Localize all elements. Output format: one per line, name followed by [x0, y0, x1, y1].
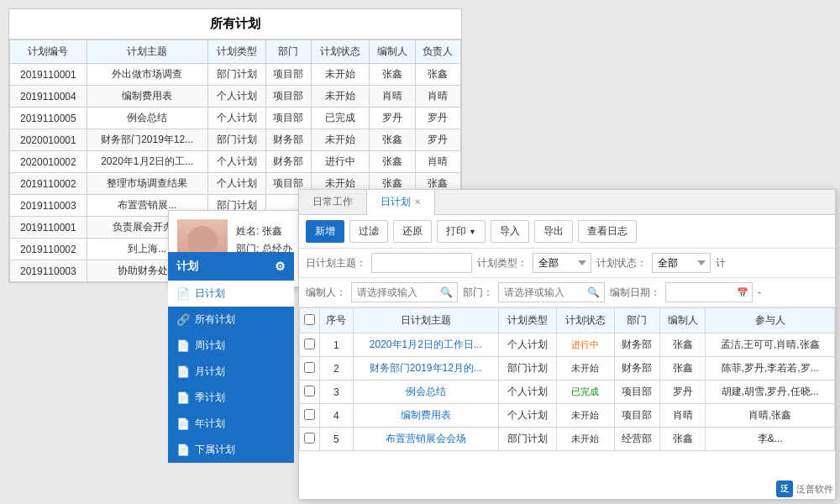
main-col-header: 计划状态	[556, 308, 614, 333]
status-badge: 未开始	[568, 361, 602, 375]
creator-label: 编制人：	[306, 286, 346, 300]
gear-icon[interactable]: ⚙	[275, 260, 286, 273]
status-badge: 进行中	[568, 338, 602, 352]
type-select[interactable]: 全部 个人计划 部门计划	[533, 253, 591, 273]
date-input[interactable]	[666, 283, 733, 302]
bg-col-header: 计划状态	[312, 40, 370, 64]
filter-row-1: 日计划主题： 计划类型： 全部 个人计划 部门计划 计划状态： 全部 未开始 进…	[299, 249, 835, 278]
sidebar-item-daily[interactable]: 📄 日计划	[168, 281, 294, 307]
tabs-bar: 日常工作 日计划 ✕	[299, 190, 835, 215]
bg-col-header: 编制人	[370, 40, 415, 64]
bg-col-header: 部门	[265, 40, 311, 64]
sidebar: 计划 ⚙ 📄 日计划🔗 所有计划📄 周计划📄 月计划📄 季计划📄 年计划📄 下属…	[168, 252, 294, 463]
topic-label: 日计划主题：	[306, 256, 366, 270]
import-button[interactable]: 导入	[491, 220, 529, 243]
sidebar-icon-all: 🔗	[176, 313, 190, 326]
main-col-header: 部门	[614, 308, 659, 333]
main-col-header: 参与人	[706, 308, 835, 333]
bg-col-header: 计划主题	[87, 40, 207, 64]
topic-input[interactable]	[371, 253, 472, 273]
sidebar-item-yearly[interactable]: 📄 年计划	[168, 411, 294, 437]
table-row[interactable]: 5布置营销展会会场部门计划未开始经营部张鑫李&...	[300, 428, 835, 451]
row-checkbox[interactable]	[304, 409, 315, 420]
sidebar-icon-daily: 📄	[176, 287, 190, 300]
export-button[interactable]: 导出	[534, 220, 573, 243]
sidebar-label-monthly: 月计划	[195, 365, 225, 379]
status-select[interactable]: 全部 未开始 进行中 已完成	[652, 253, 711, 273]
bg-col-header: 负责人	[415, 40, 460, 64]
all-plans-title: 所有计划	[9, 9, 461, 39]
tab-daily-work[interactable]: 日常工作	[299, 190, 367, 214]
sidebar-item-quarterly[interactable]: 📄 季计划	[168, 385, 294, 411]
main-col-header: 编制人	[660, 308, 706, 333]
status-badge: 已完成	[568, 385, 602, 399]
dept-search-icon[interactable]: 🔍	[583, 286, 604, 298]
date-input-wrap: 📅	[665, 282, 753, 302]
main-col-header	[300, 308, 320, 333]
toolbar: 新增 过滤 还原 打印 ▼ 导入 导出 查看日志	[299, 215, 835, 249]
sidebar-label-sub: 下属计划	[195, 443, 235, 457]
row-checkbox[interactable]	[304, 362, 315, 373]
dept-input-wrap: 🔍	[498, 282, 605, 302]
add-button[interactable]: 新增	[306, 220, 344, 243]
topic-link[interactable]: 财务部门2019年12月的...	[353, 357, 498, 381]
table-row[interactable]: 20200100022020年1月2日的工...个人计划财务部进行中张鑫肖晴	[10, 151, 461, 173]
filter-row-2: 编制人： 🔍 部门： 🔍 编制日期： 📅 -	[299, 278, 835, 307]
dept-filter-label: 部门：	[463, 286, 493, 300]
table-row[interactable]: 2020010001财务部门2019年12...部门计划财务部未开始张鑫罗丹	[10, 129, 461, 151]
sidebar-icon-monthly: 📄	[176, 365, 190, 378]
creator-search-icon[interactable]: 🔍	[436, 286, 457, 298]
tab-close-icon[interactable]: ✕	[414, 197, 421, 207]
select-all-checkbox[interactable]	[304, 314, 315, 325]
data-table: 序号日计划主题计划类型计划状态部门编制人参与人 12020年1月2日的工作日..…	[299, 307, 835, 451]
topic-link[interactable]: 编制费用表	[353, 404, 498, 428]
topic-link[interactable]: 2020年1月2日的工作日...	[353, 333, 498, 357]
creator-input-wrap: 🔍	[351, 282, 458, 302]
table-row[interactable]: 2财务部门2019年12月的...部门计划未开始财务部张鑫陈菲,罗丹,李若若,罗…	[300, 357, 835, 381]
table-row[interactable]: 4编制费用表个人计划未开始项目部肖晴肖晴,张鑫	[300, 404, 835, 428]
sidebar-label-yearly: 年计划	[195, 417, 225, 431]
watermark-logo: 泛	[776, 480, 793, 497]
row-checkbox[interactable]	[304, 339, 315, 349]
table-row[interactable]: 2019110005例会总结个人计划项目部已完成罗丹罗丹	[10, 108, 461, 129]
main-panel: 日常工作 日计划 ✕ 新增 过滤 还原 打印 ▼ 导入 导出 查看日志 日计划主…	[298, 189, 836, 500]
main-col-header: 日计划主题	[353, 308, 498, 333]
table-row[interactable]: 12020年1月2日的工作日...个人计划进行中财务部张鑫孟洁,王可可,肖晴,张…	[300, 333, 835, 357]
calendar-icon[interactable]: 📅	[733, 287, 752, 298]
sidebar-item-weekly[interactable]: 📄 周计划	[168, 333, 294, 359]
sidebar-icon-quarterly: 📄	[176, 391, 190, 404]
main-col-header: 序号	[320, 308, 354, 333]
status-badge: 未开始	[568, 408, 602, 423]
table-row[interactable]: 2019110004编制费用表个人计划项目部未开始肖晴肖晴	[10, 86, 461, 108]
date-separator: -	[758, 286, 761, 298]
table-row[interactable]: 2019110001外出做市场调查部门计划项目部未开始张鑫张鑫	[10, 64, 461, 86]
date-label: 编制日期：	[610, 286, 660, 300]
restore-button[interactable]: 还原	[393, 220, 432, 243]
sidebar-icon-sub: 📄	[176, 444, 190, 456]
sidebar-item-all[interactable]: 🔗 所有计划	[168, 307, 294, 333]
extra-label: 计	[716, 256, 726, 270]
user-name-row: 姓名: 张鑫	[236, 224, 292, 239]
topic-link[interactable]: 布置营销展会会场	[353, 428, 498, 451]
status-label: 计划状态：	[596, 256, 647, 270]
type-label: 计划类型：	[477, 256, 528, 270]
log-button[interactable]: 查看日志	[578, 220, 637, 243]
sidebar-label-quarterly: 季计划	[195, 391, 225, 405]
sidebar-label-all: 所有计划	[195, 312, 235, 327]
topic-link[interactable]: 例会总结	[353, 381, 498, 404]
print-button[interactable]: 打印 ▼	[437, 220, 486, 243]
table-row[interactable]: 3例会总结个人计划已完成项目部罗丹胡建,胡雪,罗丹,任晓...	[300, 381, 835, 404]
tab-daily-plan[interactable]: 日计划 ✕	[367, 190, 435, 215]
bg-col-header: 计划类型	[207, 40, 265, 64]
sidebar-item-monthly[interactable]: 📄 月计划	[168, 359, 294, 385]
sidebar-item-sub[interactable]: 📄 下属计划	[168, 437, 294, 463]
status-badge: 未开始	[568, 432, 602, 446]
watermark: 泛 泛普软件	[776, 480, 833, 497]
row-checkbox[interactable]	[304, 433, 315, 444]
dept-input[interactable]	[499, 283, 583, 302]
creator-input[interactable]	[352, 283, 436, 302]
watermark-text: 泛普软件	[796, 483, 833, 496]
filter-button[interactable]: 过滤	[349, 220, 388, 243]
sidebar-icon-yearly: 📄	[176, 417, 190, 430]
row-checkbox[interactable]	[304, 386, 315, 396]
